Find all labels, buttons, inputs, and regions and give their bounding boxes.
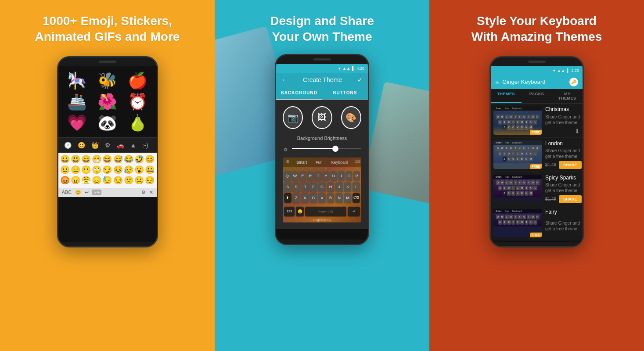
confirm-button[interactable]: ✓	[357, 76, 363, 83]
space-key[interactable]: English (US)	[305, 207, 346, 216]
theme-thumb-spicy[interactable]: Smart Fun Keyboard QWERTYUIOP ASDFGHJKL	[493, 175, 542, 203]
camera-icon[interactable]: 📷	[283, 106, 303, 129]
language-indicator: English (US)	[283, 218, 361, 222]
tab-background[interactable]: BACKGROUND	[276, 87, 322, 100]
theme-name-christmas: Christmas	[545, 106, 580, 112]
tab-buttons[interactable]: BUTTONS	[322, 87, 368, 99]
back-icon[interactable]: ↩	[85, 190, 89, 195]
brightness-low-icon: ☼	[283, 145, 288, 152]
create-theme-bar: ← Create Theme ✓	[276, 73, 368, 87]
brightness-label: Background Brightness	[283, 136, 361, 141]
theme-name-london: London	[545, 140, 582, 147]
kb-row-1: Q W E R T Y U I O P	[284, 171, 360, 181]
theme-thumb-christmas[interactable]: Smart Fun Keyboard 12345 QWERTYUIOP	[493, 106, 542, 135]
app-title: Ginger Keyboard	[502, 79, 566, 85]
panel1-title: 1000+ Emoji, Stickers, Animated GIFs and…	[35, 13, 180, 45]
panel2-content: Design and Share Your Own Theme ▾ ▲▲ ▌ 4…	[223, 13, 421, 245]
kb-car-icon[interactable]: 🚗	[115, 140, 126, 150]
brightness-slider[interactable]	[292, 148, 361, 149]
ginger-kb-bar: ≡ Ginger Keyboard 🔑	[491, 75, 583, 89]
signal-icon-3: ▲▲	[557, 68, 565, 73]
themes-tabs: THEMES PACKS MY THEMES	[491, 89, 583, 104]
wifi-icon: ▾	[338, 66, 341, 71]
keyboard-preview: ⊞ Smart Fun Keyboard ⌨ 1 2 3	[283, 158, 361, 222]
emoji-heart: 💗	[65, 115, 90, 131]
slider-thumb[interactable]	[332, 146, 338, 152]
emoji-rows: 😀 😃 😄 😁 😆 😅 😂 🤣 😊 😐 😑 😶 🙄 😏	[58, 153, 157, 188]
download-button-christmas[interactable]: ⬇	[575, 128, 580, 135]
num-row: 1 2 3 4 5 6 7 8 9 0	[283, 167, 361, 169]
gallery-icon[interactable]: 🖼	[312, 106, 332, 129]
create-theme-tabs: BACKGROUND BUTTONS	[276, 87, 368, 100]
kb-options-icon[interactable]: ⚙	[141, 190, 146, 195]
wifi-icon-3: ▾	[553, 68, 555, 73]
panel-emoji: 1000+ Emoji, Stickers, Animated GIFs and…	[0, 0, 215, 351]
signal-icon: ▲▲	[342, 66, 350, 71]
kb-flag-icon[interactable]: ▲	[128, 140, 139, 150]
source-icon-row: 📷 🖼 🎨	[283, 106, 361, 129]
phone-speaker-3	[528, 61, 546, 63]
tab-packs[interactable]: PACKS	[522, 89, 552, 103]
smart-tab[interactable]: Smart	[294, 159, 309, 165]
kb-clock-icon[interactable]: 🕐	[62, 140, 74, 150]
abc-label: ABC	[62, 190, 72, 195]
return-key[interactable]: ⏎	[348, 207, 360, 216]
theme-desc-spicy: Share Ginger and get a free theme	[545, 182, 582, 193]
share-button-london[interactable]: SHARE	[559, 161, 582, 169]
theme-name-spicy: Spicy Sparks	[545, 175, 582, 181]
theme-desc-fairy: Share Ginger and get a free theme	[545, 220, 580, 232]
kb-crown-icon[interactable]: 👑	[89, 140, 101, 150]
phone-notch-2	[276, 55, 368, 64]
gif-label[interactable]: GIF	[92, 190, 101, 195]
grid-icon: ⊞	[286, 159, 290, 165]
color-icon[interactable]: 🎨	[341, 106, 361, 129]
phone-mockup-2: ▾ ▲▲ ▌ 4:20 ← Create Theme ✓ BACKGROUND …	[275, 54, 369, 245]
theme-info-fairy: Fairy Share Ginger and get a free theme	[545, 209, 580, 237]
back-button[interactable]: ←	[281, 76, 288, 83]
status-bar-2: ▾ ▲▲ ▌ 4:20	[276, 64, 368, 73]
keyboard-icon-right: ⌨	[355, 159, 360, 165]
create-theme-title: Create Theme	[303, 76, 342, 83]
theme-item-london: Smart Fun Keyboard QWERTYUIOP ASDFGHJKL	[491, 138, 583, 172]
theme-item-christmas: Smart Fun Keyboard 12345 QWERTYUIOP	[491, 104, 583, 138]
panel3-title: Style Your Keyboard With Amazing Themes	[471, 13, 602, 45]
tab-themes[interactable]: THEMES	[491, 89, 522, 103]
theme-actions-christmas: ⬇	[545, 128, 580, 135]
menu-button[interactable]: ≡	[495, 79, 499, 86]
theme-thumb-fairy[interactable]: Smart Fun Keyboard QWERTYUIOP ASDFGHJKL	[493, 209, 542, 237]
abc-bar: ABC 😊 ↩ GIF ⚙ ✕	[58, 188, 157, 197]
phone-screen-1: 🎠 🐝 🍎 🚢 🌺 ⏰ 💗 🐼 🍐 🕐 😊 👑 ⚙ 🚗 ▲ :-)	[58, 66, 157, 242]
fun-tab[interactable]: Fun	[313, 159, 325, 165]
tab-my-themes[interactable]: MY THEMES	[552, 89, 583, 103]
panel-create-theme: Design and Share Your Own Theme ▾ ▲▲ ▌ 4…	[215, 0, 429, 351]
slider-fill	[292, 148, 334, 149]
phone-notch-3	[491, 57, 583, 66]
free-badge-christmas: FREE	[530, 130, 542, 135]
theme-item-fairy: Smart Fun Keyboard QWERTYUIOP ASDFGHJKL	[491, 206, 583, 240]
theme-desc-london: Share Ginger and get a free theme	[545, 148, 582, 159]
emoji-kb-icon[interactable]: 😊	[75, 190, 81, 195]
status-bar-3: ▾ ▲▲ ▌ 4:20	[491, 66, 583, 75]
panel-themes: Style Your Keyboard With Amazing Themes …	[429, 0, 644, 351]
keyboard-tab[interactable]: Keyboard	[329, 159, 351, 165]
panel2-title: Design and Share Your Own Theme	[270, 13, 374, 45]
tag-icon[interactable]: 🔑	[569, 78, 578, 86]
kb-face-icon[interactable]: :-)	[140, 140, 150, 150]
phone-mockup-1: 🎠 🐝 🍎 🚢 🌺 ⏰ 💗 🐼 🍐 🕐 😊 👑 ⚙ 🚗 ▲ :-)	[57, 56, 158, 247]
theme-actions-london: $1.49 SHARE	[545, 161, 582, 169]
theme-item-spicy: Smart Fun Keyboard QWERTYUIOP ASDFGHJKL	[491, 172, 583, 206]
kb-settings-icon[interactable]: ⚙	[103, 140, 113, 150]
delete-icon[interactable]: ✕	[149, 190, 153, 195]
emoji-clock: ⏰	[125, 94, 150, 110]
emoji-row-2: 😐 😑 😶 🙄 😏 😣 😥 😮 🤐	[60, 165, 155, 175]
time-display-3: 4:20	[571, 68, 579, 73]
keyboard-bar-1: 🕐 😊 👑 ⚙ 🚗 ▲ :-)	[58, 137, 157, 153]
kb-emoji-icon[interactable]: 😊	[76, 140, 87, 150]
emoji-key[interactable]: 😊	[296, 207, 304, 216]
emoji-bee: 🐝	[95, 73, 120, 89]
phone-mockup-3: ▾ ▲▲ ▌ 4:20 ≡ Ginger Keyboard 🔑 THEMES P…	[489, 56, 584, 247]
phone-screen-3: ▾ ▲▲ ▌ 4:20 ≡ Ginger Keyboard 🔑 THEMES P…	[491, 66, 583, 242]
share-button-spicy[interactable]: SHARE	[559, 195, 582, 203]
price-spicy: $1.49	[545, 197, 556, 201]
theme-thumb-london[interactable]: Smart Fun Keyboard QWERTYUIOP ASDFGHJKL	[493, 140, 542, 169]
